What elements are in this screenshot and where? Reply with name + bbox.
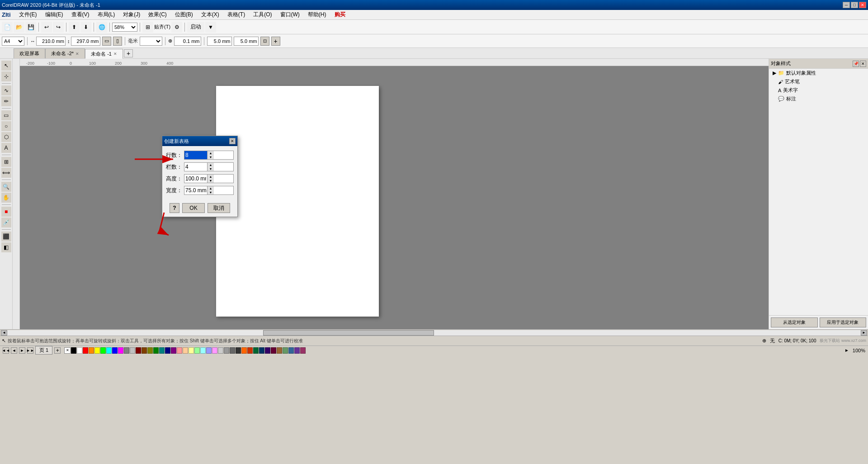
grid1-input[interactable] bbox=[207, 37, 232, 46]
restore-button[interactable]: □ bbox=[851, 2, 858, 8]
text-tool[interactable]: A bbox=[1, 143, 11, 153]
tab-doc2[interactable]: 未命名 -1 ✕ bbox=[85, 49, 123, 59]
menu-edit[interactable]: 编辑(E) bbox=[42, 10, 67, 19]
ellipse-tool[interactable]: ○ bbox=[1, 121, 11, 131]
color-swatch-33[interactable] bbox=[265, 347, 270, 354]
height-spin-down[interactable]: ▼ bbox=[208, 179, 214, 183]
color-swatch-17[interactable] bbox=[171, 347, 176, 354]
color-swatch-16[interactable] bbox=[165, 347, 170, 354]
cancel-button[interactable]: 取消 bbox=[208, 203, 230, 213]
minimize-button[interactable]: ─ bbox=[843, 2, 850, 8]
export-button[interactable]: ⬇ bbox=[80, 22, 91, 33]
menu-tools[interactable]: 工具(O) bbox=[250, 10, 275, 19]
menu-bitmap[interactable]: 位图(B) bbox=[171, 10, 197, 19]
menu-file[interactable]: 文件(E) bbox=[15, 10, 41, 19]
color-swatch-6[interactable] bbox=[106, 347, 112, 354]
tree-item-arttext[interactable]: A 美术字 bbox=[769, 86, 868, 95]
select-tool[interactable]: ↖ bbox=[1, 61, 11, 71]
menu-effects[interactable]: 效果(C) bbox=[145, 10, 170, 19]
launch-button[interactable]: 启动 bbox=[187, 22, 204, 33]
color-swatch-18[interactable] bbox=[177, 347, 182, 354]
new-button[interactable]: 📄 bbox=[2, 22, 13, 33]
color-swatch-26[interactable] bbox=[224, 347, 229, 354]
color-swatch-4[interactable] bbox=[94, 347, 100, 354]
palette-scroll-right[interactable]: ► bbox=[844, 348, 849, 353]
save-button[interactable]: 💾 bbox=[25, 22, 36, 33]
pan-tool[interactable]: ✋ bbox=[1, 193, 11, 203]
menu-object[interactable]: 对象(J) bbox=[119, 10, 144, 19]
h-scroll-left[interactable]: ◄ bbox=[1, 330, 7, 336]
color-swatch-10[interactable] bbox=[130, 347, 135, 354]
color-swatch-7[interactable] bbox=[112, 347, 118, 354]
page-prev-btn[interactable]: ◄ bbox=[11, 347, 17, 354]
color-swatch-28[interactable] bbox=[236, 347, 241, 354]
tab-close-2[interactable]: ✕ bbox=[113, 52, 117, 56]
color-swatch-14[interactable] bbox=[153, 347, 159, 354]
curve-tool[interactable]: ∿ bbox=[1, 85, 11, 95]
cols-input[interactable] bbox=[184, 163, 207, 171]
add-page-btn[interactable]: + bbox=[271, 37, 280, 46]
rows-spin-down[interactable]: ▼ bbox=[208, 155, 214, 159]
color-swatch-36[interactable] bbox=[283, 347, 288, 354]
h-scroll-right[interactable]: ► bbox=[861, 330, 867, 336]
color-swatch-35[interactable] bbox=[277, 347, 282, 354]
grid2-input[interactable] bbox=[234, 37, 259, 46]
color-swatch-24[interactable] bbox=[212, 347, 217, 354]
table-tool[interactable]: ⊞ bbox=[1, 157, 11, 167]
transparency-tool[interactable]: ◧ bbox=[1, 242, 11, 252]
h-scroll-track[interactable] bbox=[7, 330, 861, 336]
cols-spin-up[interactable]: ▲ bbox=[208, 163, 214, 167]
tree-item-default[interactable]: ▶ 📁 默认对象属性 bbox=[769, 69, 868, 77]
color-swatch-39[interactable] bbox=[300, 347, 306, 354]
color-swatch-31[interactable] bbox=[253, 347, 259, 354]
rows-input[interactable] bbox=[184, 151, 207, 159]
rectangle-tool[interactable]: ▭ bbox=[1, 110, 11, 120]
open-button[interactable]: 📂 bbox=[14, 22, 24, 33]
publish-button[interactable]: 🌐 bbox=[96, 22, 107, 33]
launch-arrow[interactable]: ▼ bbox=[205, 22, 216, 33]
unit-select[interactable] bbox=[140, 37, 162, 46]
color-swatch-29[interactable] bbox=[241, 347, 247, 354]
no-color-swatch[interactable]: ✕ bbox=[64, 347, 71, 354]
color-swatch-5[interactable] bbox=[100, 347, 106, 354]
color-swatch-19[interactable] bbox=[183, 347, 188, 354]
smart-draw-tool[interactable]: ✏ bbox=[1, 96, 11, 106]
zoom-tool[interactable]: 🔍 bbox=[1, 182, 11, 192]
tab-welcome[interactable]: 欢迎屏幕 bbox=[14, 48, 45, 58]
tree-item-callout[interactable]: 💬 标注 bbox=[769, 95, 868, 103]
color-swatch-15[interactable] bbox=[159, 347, 165, 354]
fill-tool[interactable]: ■ bbox=[1, 207, 11, 217]
menu-help[interactable]: 帮助(H) bbox=[304, 10, 330, 19]
orient-landscape[interactable]: ▯ bbox=[113, 37, 122, 46]
color-swatch-20[interactable] bbox=[189, 347, 194, 354]
width-spin-down[interactable]: ▼ bbox=[208, 190, 214, 194]
from-selection-button[interactable]: 从选定对象 bbox=[771, 317, 818, 327]
page-first-btn[interactable]: ◄◄ bbox=[3, 347, 9, 354]
menu-layout[interactable]: 布局(L) bbox=[94, 10, 119, 19]
color-swatch-0[interactable] bbox=[71, 347, 76, 354]
color-swatch-8[interactable] bbox=[118, 347, 123, 354]
redo-button[interactable]: ↪ bbox=[53, 22, 64, 33]
panel-close-btn[interactable]: ✕ bbox=[860, 61, 866, 67]
snap-icon[interactable]: ⊞ bbox=[142, 22, 153, 33]
rows-spin-up[interactable]: ▲ bbox=[208, 151, 214, 155]
add-page-btn2[interactable]: + bbox=[54, 347, 61, 354]
menu-text[interactable]: 文本(X) bbox=[198, 10, 223, 19]
close-button[interactable]: ✕ bbox=[859, 2, 866, 8]
orient-portrait[interactable]: ▭ bbox=[102, 37, 111, 46]
page-next-btn[interactable]: ► bbox=[19, 347, 25, 354]
page-width-input[interactable]: 210.0 mm bbox=[36, 37, 66, 46]
menu-buy[interactable]: 购买 bbox=[331, 10, 349, 19]
menu-view[interactable]: 查看(V) bbox=[68, 10, 93, 19]
color-swatch-2[interactable] bbox=[83, 347, 88, 354]
color-swatch-9[interactable] bbox=[124, 347, 129, 354]
panel-pin-btn[interactable]: 📌 bbox=[853, 61, 859, 67]
apply-to-selection-button[interactable]: 应用于选定对象 bbox=[820, 317, 867, 327]
color-swatch-27[interactable] bbox=[230, 347, 235, 354]
color-swatch-22[interactable] bbox=[200, 347, 206, 354]
cols-spin-down[interactable]: ▼ bbox=[208, 167, 214, 171]
color-swatch-25[interactable] bbox=[218, 347, 223, 354]
tree-item-artbrush[interactable]: 🖌 艺术笔 bbox=[769, 77, 868, 86]
tab-add-button[interactable]: + bbox=[124, 49, 133, 57]
nudge-input[interactable] bbox=[174, 37, 201, 46]
